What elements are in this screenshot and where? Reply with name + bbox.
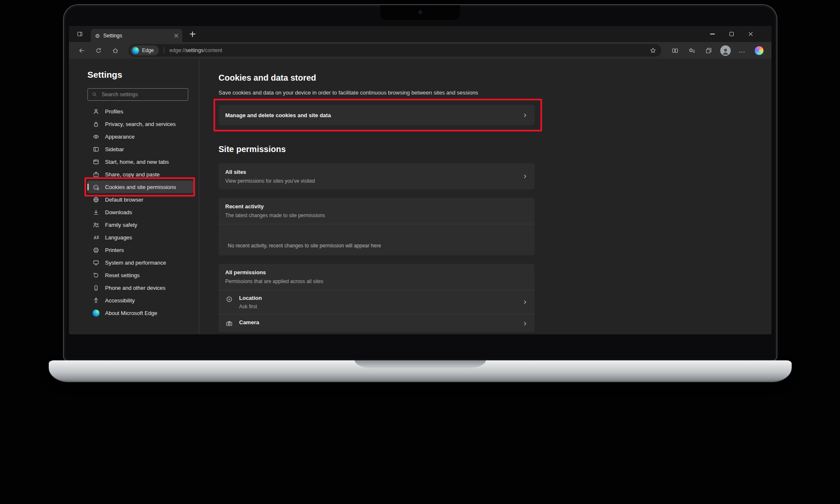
sidebar-item-label: Profiles: [105, 108, 123, 115]
minimize-button[interactable]: [703, 26, 722, 42]
plus-icon: [190, 32, 195, 37]
tab-actions-button[interactable]: [73, 28, 87, 40]
favorites-icon: [688, 47, 695, 54]
tab-title: Settings: [103, 33, 171, 39]
maximize-icon: [729, 32, 734, 36]
profile-avatar: [720, 45, 731, 56]
sidebar-item-appearance[interactable]: Appearance: [87, 130, 193, 143]
tab-settings[interactable]: ⚙ Settings: [91, 29, 182, 42]
permission-row-location[interactable]: LocationAsk first: [219, 290, 535, 314]
url-path: /content: [203, 47, 222, 53]
permission-row-camera[interactable]: Camera: [219, 314, 535, 332]
all-permissions-card: All permissions Permissions that are app…: [219, 264, 535, 332]
sidebar-item-default-browser[interactable]: Default browser: [87, 193, 193, 206]
accessibility-icon: [92, 297, 100, 304]
sidebar-item-share-copy-paste[interactable]: Share, copy and paste: [87, 168, 193, 181]
laptop-bezel: ⚙ Settings: [63, 4, 777, 361]
sidebar-item-phone-devices[interactable]: Phone and other devices: [87, 281, 193, 294]
refresh-button[interactable]: [91, 44, 106, 57]
split-screen-button[interactable]: [667, 44, 682, 57]
sidebar-item-languages[interactable]: Languages: [87, 231, 193, 244]
laptop-lid-notch: [355, 360, 486, 369]
settings-sidebar: Settings ProfilesPrivacy, search, and se…: [69, 59, 199, 334]
home-icon: [112, 47, 119, 54]
sidebar-item-about-edge[interactable]: About Microsoft Edge: [87, 307, 193, 319]
recent-activity-subtitle: The latest changes made to site permissi…: [225, 213, 528, 218]
manage-cookies-label: Manage and delete cookies and site data: [225, 112, 331, 118]
back-button[interactable]: [74, 44, 89, 57]
search-settings-input[interactable]: [101, 91, 184, 98]
location-icon: [225, 295, 233, 303]
system-icon: [92, 259, 100, 266]
permission-label: Camera: [239, 319, 259, 326]
close-icon: [174, 33, 179, 38]
chevron-right-icon: [522, 299, 528, 305]
sidebar-item-sidebar[interactable]: Sidebar: [87, 143, 193, 155]
all-permissions-title: All permissions: [225, 269, 528, 276]
settings-and-more-button[interactable]: …: [735, 44, 750, 57]
sidebar-item-privacy[interactable]: Privacy, search, and services: [87, 118, 193, 130]
all-sites-title: All sites: [225, 169, 528, 175]
all-sites-card[interactable]: All sites View permissions for sites you…: [219, 163, 535, 189]
tab-close-button[interactable]: [174, 33, 179, 38]
permissions-list: LocationAsk firstCamera: [219, 290, 535, 332]
sidebar-item-label: Default browser: [105, 197, 143, 203]
sidebar-item-system-performance[interactable]: System and performance: [87, 256, 193, 269]
url-host: settings: [185, 47, 203, 53]
sidebar-item-start-home-tabs[interactable]: Start, home, and new tabs: [87, 155, 193, 168]
favorites-button[interactable]: [684, 44, 699, 57]
sidebar-item-accessibility[interactable]: Accessibility: [87, 294, 193, 307]
profile-button[interactable]: [718, 44, 733, 57]
sidebar-title: Settings: [87, 70, 199, 80]
chevron-right-icon: [522, 321, 528, 326]
sidebar-nav: ProfilesPrivacy, search, and servicesApp…: [87, 105, 199, 319]
url-text: edge://settings/content: [169, 47, 222, 53]
address-bar[interactable]: Edge edge://settings/content: [129, 44, 661, 57]
chevron-right-icon: [522, 113, 528, 118]
sidebar-item-reset-settings[interactable]: Reset settings: [87, 269, 193, 281]
star-icon: [650, 47, 656, 54]
collections-icon: [705, 47, 712, 54]
site-info-badge[interactable]: Edge: [130, 45, 159, 55]
sidebar-item-downloads[interactable]: Downloads: [87, 206, 193, 218]
sidebar-item-label: System and performance: [105, 260, 166, 266]
sidebar-item-printers[interactable]: Printers: [87, 244, 193, 256]
sidebar-item-label: Sidebar: [105, 146, 124, 152]
sidebar-item-label: Downloads: [105, 209, 132, 215]
chevron-right-icon: [522, 174, 528, 179]
default-browser-icon: [92, 196, 100, 203]
new-tab-button[interactable]: [187, 28, 198, 40]
home-button[interactable]: [108, 44, 123, 57]
tab-strip: ⚙ Settings: [69, 26, 772, 42]
manage-cookies-wrap: Manage and delete cookies and site data: [219, 105, 535, 125]
sidebar-item-cookies-permissions[interactable]: Cookies and site permissions: [87, 181, 193, 193]
start-home-icon: [92, 158, 100, 165]
all-sites-subtitle: View permissions for sites you've visite…: [225, 178, 528, 184]
search-settings-box[interactable]: [87, 88, 188, 101]
window-controls: [703, 26, 761, 42]
copilot-button[interactable]: [751, 44, 766, 57]
downloads-icon: [92, 209, 100, 216]
maximize-button[interactable]: [722, 26, 741, 42]
manage-cookies-row[interactable]: Manage and delete cookies and site data: [219, 105, 535, 125]
camera-icon: [225, 320, 233, 328]
permission-label: Location: [239, 295, 262, 301]
collections-button[interactable]: [701, 44, 716, 57]
favorite-star-button[interactable]: [650, 47, 656, 54]
sidebar-item-label: Languages: [105, 234, 132, 241]
sidebar-item-family-safety[interactable]: Family safety: [87, 218, 193, 231]
close-window-button[interactable]: [741, 26, 761, 42]
selected-indicator: [87, 184, 89, 190]
settings-page: Settings ProfilesPrivacy, search, and se…: [69, 59, 772, 334]
camera-notch: [380, 5, 460, 20]
more-icon: …: [739, 47, 746, 54]
share-icon: [92, 171, 100, 178]
address-divider: [164, 47, 164, 54]
browser-toolbar: Edge edge://settings/content …: [69, 42, 772, 59]
recent-activity-card: Recent activity The latest changes made …: [219, 198, 535, 255]
permission-subtitle: Ask first: [239, 304, 262, 310]
recent-activity-empty-text: No recent activity, recent changes to si…: [219, 224, 535, 255]
all-permissions-subtitle: Permissions that are applied across all …: [225, 278, 528, 284]
recent-activity-title: Recent activity: [225, 203, 528, 210]
sidebar-item-profiles[interactable]: Profiles: [87, 105, 193, 118]
